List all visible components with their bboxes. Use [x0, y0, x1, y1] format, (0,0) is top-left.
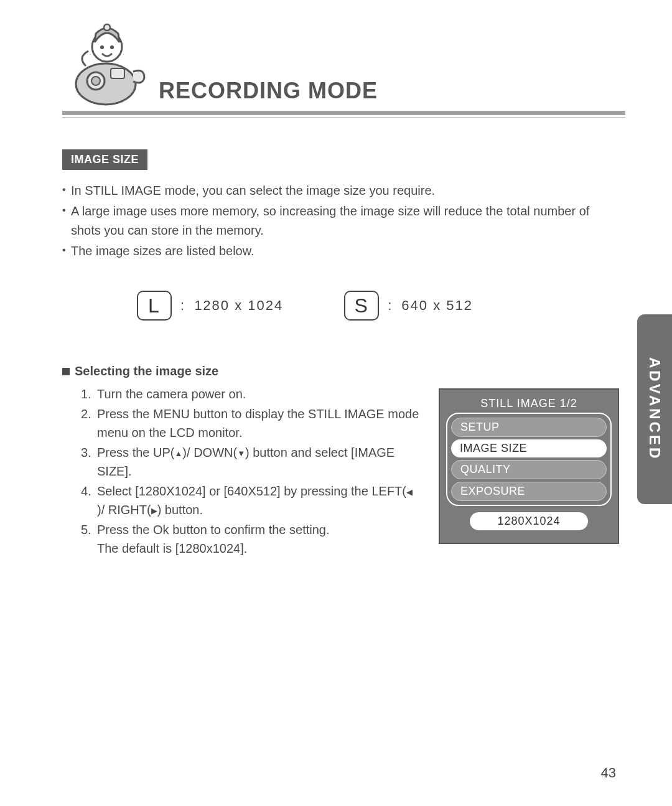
svg-point-5 — [100, 45, 104, 49]
step-text: Press the Ok button to confirm the setti… — [97, 520, 330, 558]
subheading: Selecting the image size — [62, 364, 619, 378]
down-triangle-icon: ▼ — [237, 448, 245, 460]
size-small-value: 640 x 512 — [401, 298, 473, 314]
lcd-menu-item: SETUP — [451, 418, 607, 437]
square-bullet-icon — [62, 368, 70, 375]
divider-thick — [62, 111, 625, 115]
size-box-large: L — [137, 291, 172, 321]
lcd-current-value: 1280X1024 — [470, 512, 588, 530]
lcd-menu-item: QUALITY — [451, 460, 607, 479]
bullet-text: A large image uses more memory, so incre… — [71, 202, 619, 240]
svg-point-7 — [104, 24, 110, 30]
step-text: Select [1280X1024] or [640X512] by press… — [97, 482, 420, 519]
lcd-menu-item: EXPOSURE — [451, 482, 607, 501]
steps-list: 1.Turn the camera power on. 2.Press the … — [62, 385, 420, 559]
size-large-value: 1280 x 1024 — [194, 298, 283, 314]
step-text: Press the MENU button to display the STI… — [97, 405, 420, 442]
size-box-small: S — [344, 291, 379, 321]
right-triangle-icon: ▶ — [151, 505, 157, 517]
lcd-menu: SETUP IMAGE SIZE QUALITY EXPOSURE — [446, 413, 612, 506]
bullet-text: In STILL IMAGE mode, you can select the … — [71, 181, 619, 200]
lcd-screenshot: STILL IMAGE 1/2 SETUP IMAGE SIZE QUALITY… — [439, 388, 619, 544]
section-label: IMAGE SIZE — [62, 149, 147, 170]
page-header: RECORDING MODE — [62, 12, 619, 115]
section-tab-advanced: ADVANCED — [637, 314, 672, 504]
divider-thin — [62, 117, 625, 118]
step-text: Press the UP(▲)/ DOWN(▼) button and sele… — [97, 443, 420, 480]
svg-rect-3 — [111, 68, 124, 78]
up-triangle-icon: ▲ — [174, 448, 182, 460]
svg-point-0 — [76, 63, 136, 105]
page-title: RECORDING MODE — [159, 78, 378, 104]
colon: : — [180, 298, 185, 314]
lcd-menu-item-selected: IMAGE SIZE — [451, 439, 607, 457]
mascot-illustration — [68, 12, 149, 106]
left-triangle-icon: ◀ — [406, 486, 413, 499]
lcd-title: STILL IMAGE 1/2 — [446, 396, 612, 413]
svg-point-6 — [110, 45, 114, 49]
bullet-text: The image sizes are listed below. — [71, 241, 619, 261]
step-text: Turn the camera power on. — [97, 385, 246, 403]
colon: : — [388, 298, 393, 314]
intro-bullets: •In STILL IMAGE mode, you can select the… — [62, 181, 619, 261]
svg-point-2 — [91, 77, 100, 85]
page-number: 43 — [601, 765, 616, 781]
image-size-legend: L : 1280 x 1024 S : 640 x 512 — [62, 291, 619, 321]
